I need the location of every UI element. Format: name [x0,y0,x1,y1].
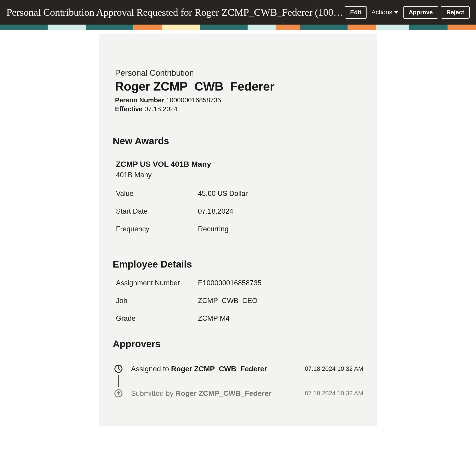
chevron-down-icon [394,11,399,14]
approve-button[interactable]: Approve [403,6,438,19]
award-sub: 401B Many [113,171,363,179]
employee-row-label: Job [116,297,198,305]
approver-submitted: Submitted by Roger ZCMP_CWB_Federer 07.1… [114,388,363,399]
award-row: Frequency Recurring [113,225,363,233]
section-new-awards: New Awards [113,136,363,147]
submitted-prefix: Submitted by [131,389,176,397]
actions-dropdown[interactable]: Actions [370,9,401,16]
submitted-name: Roger ZCMP_CWB_Federer [176,389,271,397]
award-name: ZCMP US VOL 401B Many [113,160,363,169]
topbar: Personal Contribution Approval Requested… [0,0,476,25]
assigned-name: Roger ZCMP_CWB_Federer [171,365,267,373]
award-row-label: Value [116,190,198,198]
employee-row: Assignment Number E100000016858735 [113,279,363,287]
person-number-label: Person Number [115,96,164,104]
award-row: Start Date 07.18.2024 [113,207,363,215]
approver-assigned: Assigned to Roger ZCMP_CWB_Federer 07.18… [114,363,363,374]
award-row-value: 07.18.2024 [198,207,233,215]
divider [113,243,363,243]
effective-label: Effective [115,105,143,113]
person-number-value: 100000016858735 [166,96,221,104]
award-row-value: 45.00 US Dollar [198,190,248,198]
topbar-actions: Edit Actions Approve Reject [345,6,470,19]
reject-button[interactable]: Reject [441,6,470,19]
employee-row-value: ZCMP M4 [198,314,230,323]
contribution-subhead: Personal Contribution [113,68,363,78]
section-employee-details: Employee Details [113,259,363,270]
employee-row-value: E100000016858735 [198,279,261,287]
section-approvers: Approvers [113,338,363,349]
page-content: Personal Contribution Roger ZCMP_CWB_Fed… [0,30,476,435]
clock-icon [114,364,123,374]
award-row-value: Recurring [198,225,228,233]
effective-line: Effective 07.18.2024 [113,105,363,113]
employee-row-value: ZCMP_CWB_CEO [198,297,258,305]
person-name: Roger ZCMP_CWB_Federer [113,79,363,93]
employee-row: Grade ZCMP M4 [113,314,363,323]
assigned-timestamp: 07.18.2024 10:32 AM [305,365,363,372]
edit-button[interactable]: Edit [345,6,367,19]
actions-label: Actions [371,9,392,16]
approver-connector [118,375,119,387]
assigned-prefix: Assigned to [131,365,171,373]
upload-icon [114,389,123,398]
employee-row-label: Assignment Number [116,279,198,287]
content-card: Personal Contribution Roger ZCMP_CWB_Fed… [99,34,377,426]
approver-assigned-text: Assigned to Roger ZCMP_CWB_Federer [131,365,299,373]
employee-row-label: Grade [116,314,198,323]
page-title: Personal Contribution Approval Requested… [6,6,345,18]
employee-row: Job ZCMP_CWB_CEO [113,297,363,305]
effective-value: 07.18.2024 [144,105,177,113]
approver-submitted-text: Submitted by Roger ZCMP_CWB_Federer [131,389,299,398]
award-row-label: Frequency [116,225,198,233]
approvers-list: Assigned to Roger ZCMP_CWB_Federer 07.18… [113,363,363,399]
person-number-line: Person Number 100000016858735 [113,96,363,104]
decorative-banner [0,25,476,30]
award-row: Value 45.00 US Dollar [113,190,363,198]
submitted-timestamp: 07.18.2024 10:32 AM [305,390,363,397]
award-row-label: Start Date [116,207,198,215]
